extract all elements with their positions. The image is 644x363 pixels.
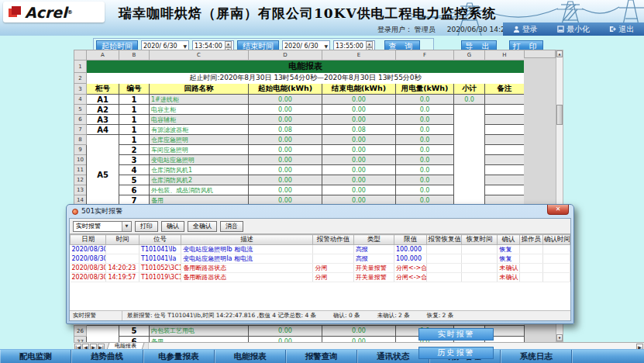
popup-ack-button[interactable]: 确认	[161, 221, 184, 232]
nav-item-配电监测[interactable]: 配电监测	[0, 350, 71, 363]
column-letter[interactable]: E	[322, 50, 396, 60]
cell-circuit-name: 变电站应急照明	[150, 155, 249, 165]
row-number[interactable]: 6	[74, 115, 87, 125]
table-row[interactable]: 4A111#进线柜0.000.000.00.0	[74, 95, 525, 105]
spin-up-icon[interactable]: ▲	[225, 41, 232, 47]
cell-note	[485, 115, 525, 125]
cell-circuit-name: 1#进线柜	[150, 95, 249, 105]
row-number[interactable]: 10	[74, 155, 87, 165]
cell-number: 4	[119, 165, 150, 175]
column-letter[interactable]: C	[150, 50, 249, 60]
cell-operator	[519, 245, 542, 254]
alarm-type-select[interactable]: 实时报警 ▼	[73, 221, 132, 232]
row-number[interactable]: 1	[74, 60, 87, 73]
table-row[interactable]: 5A21电容主柜0.000.000.0	[74, 105, 525, 115]
nav-item-电参量报表[interactable]: 电参量报表	[143, 350, 215, 363]
popup-print-button[interactable]: 打印	[135, 221, 158, 232]
cell-type: 开关量报警	[353, 273, 394, 282]
login-button[interactable]: 登录	[513, 24, 538, 35]
alarm-row[interactable]: 2020/08/3014:19:57T101019\3C1备用断路器状态分闸开关…	[71, 273, 570, 282]
cell-start-energy: 0.00	[249, 115, 322, 125]
chevron-down-icon: ▼	[122, 222, 131, 231]
column-letter[interactable]: D	[249, 50, 322, 60]
exit-button[interactable]: 退出	[609, 24, 634, 35]
end-date-value: 2020/ 6/30	[284, 43, 319, 50]
alarm-column-header[interactable]: 确认时间	[543, 235, 570, 245]
row-number[interactable]: 5	[74, 105, 87, 115]
column-letter[interactable]: F	[396, 50, 454, 60]
popup-toolbar: 实时报警 ▼ 打印 确认 全确认 消音	[70, 219, 570, 233]
scrollbar-thumb[interactable]	[556, 105, 563, 125]
alarm-column-header[interactable]: 限值	[394, 235, 427, 245]
cell-recover-time	[461, 273, 497, 282]
nav-item-趋势曲线[interactable]: 趋势曲线	[71, 350, 143, 363]
alarm-row[interactable]: 2020/08/3014:20:23T101052\3C1备用断路器状态分闸开关…	[71, 264, 570, 273]
cell-operator	[519, 264, 542, 273]
alarm-column-header[interactable]: 位号	[139, 235, 181, 245]
alarm-column-header[interactable]: 恢复时间	[461, 235, 497, 245]
column-letter[interactable]: A	[87, 50, 119, 60]
cell-usage: 0.0	[396, 95, 454, 105]
cell-limit: 分闸<->合闸	[394, 264, 427, 273]
alarm-column-header[interactable]: 报警恢复值	[427, 235, 462, 245]
row-number[interactable]: 11	[74, 165, 87, 175]
minimize-icon	[557, 26, 564, 33]
nav-item-报警查询[interactable]: 报警查询	[286, 350, 357, 363]
cell-ack-time	[543, 245, 570, 254]
popup-title-bar[interactable]: 501实时报警	[67, 205, 573, 218]
cell-subtotal-merged	[454, 105, 485, 216]
column-header: 回路名称	[150, 84, 249, 95]
alarm-column-header[interactable]: 描述	[181, 235, 313, 245]
popup-ack-all-button[interactable]: 全确认	[188, 221, 217, 232]
minimize-button[interactable]: 最小化	[557, 24, 590, 35]
row-number[interactable]: 7	[74, 125, 87, 135]
alarm-column-header[interactable]: 日期	[71, 235, 106, 245]
alarm-row[interactable]: 2020/08/30T101041\Ib变电站应急照明Ib 相电流高报100.0…	[71, 245, 570, 254]
nav-item-电能报表[interactable]: 电能报表	[215, 350, 286, 363]
cell-recover-value	[427, 273, 462, 282]
cell-cabinet: A1	[87, 95, 119, 105]
alarm-query-menu: 实时报警 历史报警	[418, 328, 494, 359]
row-number[interactable]: 12	[74, 175, 87, 185]
column-letter[interactable]: G	[454, 50, 485, 60]
cell-number: 6	[119, 185, 150, 195]
cell-circuit-name: 车间应急照明	[150, 145, 249, 155]
menu-item-realtime-alarm[interactable]: 实时报警	[418, 328, 494, 341]
alarm-column-header[interactable]: 报警动作值	[313, 235, 353, 245]
cell-start-energy: 0.00	[249, 105, 322, 115]
column-letter[interactable]: B	[119, 50, 150, 60]
scroll-down-icon[interactable]: ▼	[556, 334, 563, 341]
popup-title: 501实时报警	[81, 206, 122, 216]
popup-mute-button[interactable]: 消音	[220, 221, 243, 232]
scroll-up-icon[interactable]: ▲	[556, 50, 563, 57]
exit-button-label: 退出	[618, 24, 634, 35]
chevron-down-icon[interactable]: ▼	[324, 43, 328, 49]
alarm-column-header[interactable]: 类型	[353, 235, 394, 245]
alarm-column-header[interactable]: 确认	[498, 235, 519, 245]
minimize-button-label: 最小化	[567, 24, 590, 35]
alarm-row[interactable]: 2020/08/30T101041\Ia变电站应急照明Ia 相电流高报100.0…	[71, 254, 570, 264]
spin-up-icon[interactable]: ▲	[366, 41, 373, 47]
column-letter[interactable]: H	[485, 50, 525, 60]
nav-item-系统日志[interactable]: 系统日志	[501, 350, 572, 363]
row-number[interactable]: 9	[74, 145, 87, 155]
cell-end-energy: 0.00	[322, 145, 396, 155]
cell-subtotal: 0.0	[454, 95, 485, 105]
row-number[interactable]: 26	[74, 326, 87, 337]
alarm-column-header[interactable]: 时间	[106, 235, 139, 245]
realtime-alarm-window: 501实时报警 ✕ 实时报警 ▼ 打印 确认 全确认 消音 日期时间位号描述报警…	[66, 204, 574, 324]
row-number[interactable]: 2	[74, 73, 87, 84]
alarm-column-header[interactable]: 操作员	[519, 235, 542, 245]
cell-end-energy: 0.00	[322, 105, 396, 115]
chevron-down-icon[interactable]: ▼	[183, 43, 187, 49]
row-number[interactable]: 3	[74, 84, 87, 95]
close-icon[interactable]: ✕	[547, 205, 569, 215]
row-number[interactable]: 8	[74, 135, 87, 145]
cell-recover-value	[427, 264, 462, 273]
cell-end-energy: 0.00	[322, 155, 396, 165]
cell-end-energy: 0.08	[322, 125, 396, 135]
row-number[interactable]: 13	[74, 185, 87, 195]
system-buttons-bar: 登录 最小化 退出	[503, 22, 644, 36]
menu-item-history-alarm[interactable]: 历史报警	[418, 347, 494, 359]
row-number[interactable]: 4	[74, 95, 87, 105]
